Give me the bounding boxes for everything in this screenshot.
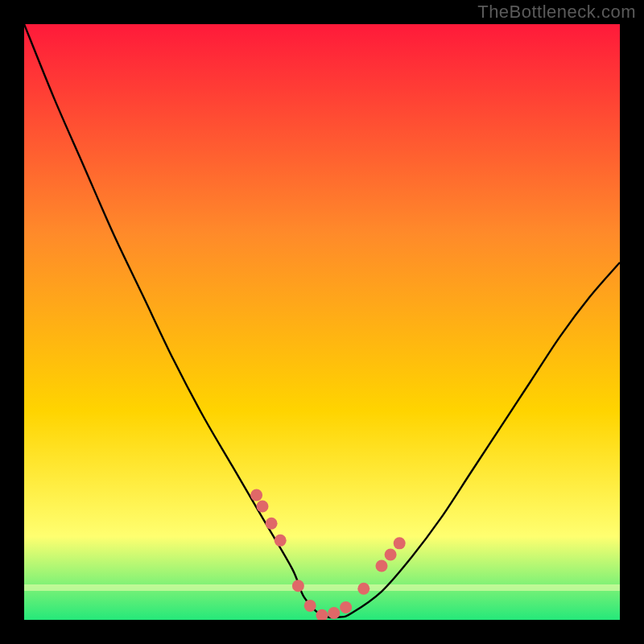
highlight-dot [304,600,316,612]
chart-svg [24,24,620,620]
watermark-text: TheBottleneck.com [477,2,636,23]
pale-band [24,584,620,591]
chart-frame: TheBottleneck.com [0,0,644,644]
highlight-dot [328,607,340,619]
highlight-dot [266,518,278,530]
highlight-dot [340,601,352,613]
highlight-dot [257,501,269,513]
highlight-dot [385,548,397,560]
gradient-background [24,24,620,620]
plot-area [24,24,620,620]
highlight-dot [275,535,287,547]
highlight-dot [250,489,262,501]
highlight-dot [394,537,406,549]
highlight-dot [376,560,388,572]
highlight-dot [292,580,304,592]
highlight-dot [357,583,369,595]
